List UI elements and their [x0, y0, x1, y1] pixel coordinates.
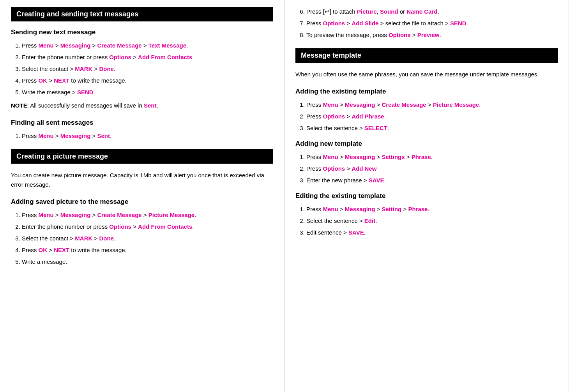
ok-link: OK — [39, 77, 48, 84]
sent-link2: Sent — [97, 132, 110, 139]
list-item: Press Menu > Messaging > Create Message … — [306, 100, 558, 109]
finding-steps: Press Menu > Messaging > Sent. — [22, 131, 273, 141]
add-slide-link: Add Slide — [352, 20, 378, 26]
editing-existing-steps: Press Menu > Messaging > Setting > Phras… — [306, 205, 558, 237]
menu-link6: Menu — [323, 154, 338, 160]
messaging-link7: Messaging — [345, 206, 375, 212]
subsection2-title: Finding all sent messages — [11, 119, 273, 127]
list-item: Press Options > Add Slide > select the f… — [306, 19, 558, 28]
ok-link3: OK — [39, 247, 48, 253]
save-link2: SAVE — [348, 229, 364, 236]
note: NOTE: All successfully send messages wil… — [11, 101, 273, 110]
sending-steps: Press Menu > Messaging > Create Message … — [22, 41, 273, 97]
adding-new-title: Adding new template — [295, 140, 558, 148]
save-link: SAVE — [369, 177, 384, 184]
next-link: NEXT — [54, 77, 69, 84]
list-item: Press Options > Add Phrase. — [306, 112, 558, 121]
continuation-steps: Press [↵] to attach Picture, Sound or Na… — [306, 7, 558, 40]
subsection3-title: Adding saved picture to the message — [11, 198, 273, 206]
picture-link: Picture — [357, 8, 377, 15]
menu-link7: Menu — [323, 206, 338, 212]
list-item: To preview the message, press Options > … — [306, 30, 558, 40]
options-link7: Options — [323, 165, 345, 172]
list-item: Select the contact > MARK > Done. — [22, 64, 273, 74]
select-link: SELECT — [364, 125, 387, 131]
send-link: SEND — [77, 89, 94, 95]
messaging-link3: Messaging — [60, 212, 91, 218]
menu-link5: Menu — [323, 101, 338, 108]
list-item: Edit sentence > SAVE. — [306, 228, 558, 237]
create-message-link3: Create Message — [97, 212, 141, 218]
sent-link: Sent — [144, 102, 157, 109]
left-column: Creating and sending text messages Sendi… — [0, 0, 284, 392]
menu-link2: Menu — [39, 132, 54, 139]
options-link5: Options — [389, 32, 411, 38]
create-message-link5: Create Message — [382, 101, 426, 108]
mark-link: MARK — [75, 65, 92, 72]
menu-link3: Menu — [39, 212, 54, 218]
send-link4: SEND — [450, 20, 467, 26]
messaging-link: Messaging — [60, 42, 91, 49]
list-item: Write a message. — [22, 257, 273, 267]
add-phrase-link: Add Phrase — [352, 113, 384, 120]
text-message-link: Text Message — [148, 42, 186, 49]
picture-message-link5: Picture Message — [433, 101, 479, 108]
list-item: Press Menu > Messaging > Sent. — [22, 131, 273, 141]
section1-header: Creating and sending text messages — [11, 7, 273, 21]
add-from-contacts-link: Add From Contacts — [138, 54, 192, 60]
list-item: Enter the phone number or press Options … — [22, 222, 273, 231]
menu-link: Menu — [39, 42, 54, 49]
list-item: Select the contact > MARK > Done. — [22, 234, 273, 243]
options-link: Options — [109, 54, 131, 60]
template-intro: When you often use the same phrases, you… — [295, 70, 558, 79]
preview-link: Preview — [417, 32, 440, 38]
options-link3: Options — [109, 223, 131, 230]
add-new-link: Add New — [352, 165, 376, 172]
adding-picture-steps: Press Menu > Messaging > Create Message … — [22, 210, 273, 267]
create-message-link: Create Message — [97, 42, 141, 49]
list-item: Select the sentence > Edit. — [306, 216, 558, 226]
add-from-contacts-link3: Add From Contacts — [138, 223, 192, 230]
list-item: Write the message > SEND. — [22, 88, 273, 97]
list-item: Press Menu > Messaging > Create Message … — [22, 41, 273, 50]
list-item: Press Options > Add New — [306, 164, 558, 173]
done-link3: Done — [99, 235, 114, 242]
editing-existing-title: Editing the existing template — [295, 192, 558, 200]
done-link: Done — [99, 65, 114, 72]
picture-message-link3: Picture Message — [148, 212, 194, 218]
list-item: Press [↵] to attach Picture, Sound or Na… — [306, 7, 558, 16]
messaging-link2: Messaging — [60, 132, 91, 139]
phrase-link2: Phrase — [408, 206, 428, 212]
list-item: Enter the phone number or press Options … — [22, 53, 273, 62]
messaging-link6: Messaging — [345, 154, 375, 160]
note-bold: NOTE — [11, 102, 27, 109]
phrase-link: Phrase — [412, 154, 431, 160]
options-link6: Options — [323, 113, 345, 120]
list-item: Press Menu > Messaging > Create Message … — [22, 210, 273, 220]
next-link3: NEXT — [54, 247, 69, 253]
setting-link: Setting — [382, 206, 401, 212]
options-link4: Options — [323, 20, 345, 26]
list-item: Select the sentence > SELECT. — [306, 124, 558, 133]
list-item: Press OK > NEXT to write the message. — [22, 76, 273, 85]
section2-header: Creating a picture message — [11, 149, 273, 164]
list-item: Press Menu > Messaging > Settings > Phra… — [306, 152, 558, 162]
mark-link3: MARK — [75, 235, 92, 242]
picture-message-intro: You can create new picture message. Capa… — [11, 171, 273, 189]
list-item: Enter the new phrase > SAVE. — [306, 176, 558, 185]
sound-link: Sound — [380, 8, 398, 15]
settings-link: Settings — [382, 154, 405, 160]
adding-existing-title: Adding the existing template — [295, 88, 558, 95]
adding-existing-steps: Press Menu > Messaging > Create Message … — [306, 100, 558, 133]
subsection1-title: Sending new text message — [11, 28, 273, 36]
messaging-link5: Messaging — [345, 101, 375, 108]
right-column: Press [↵] to attach Picture, Sound or Na… — [284, 0, 569, 392]
template-section-header: Message template — [295, 48, 558, 63]
list-item: Press Menu > Messaging > Setting > Phras… — [306, 205, 558, 214]
adding-new-steps: Press Menu > Messaging > Settings > Phra… — [306, 152, 558, 185]
list-item: Press OK > NEXT to write the message. — [22, 245, 273, 255]
name-card-link: Name Card — [406, 8, 437, 15]
edit-link: Edit — [364, 217, 375, 224]
